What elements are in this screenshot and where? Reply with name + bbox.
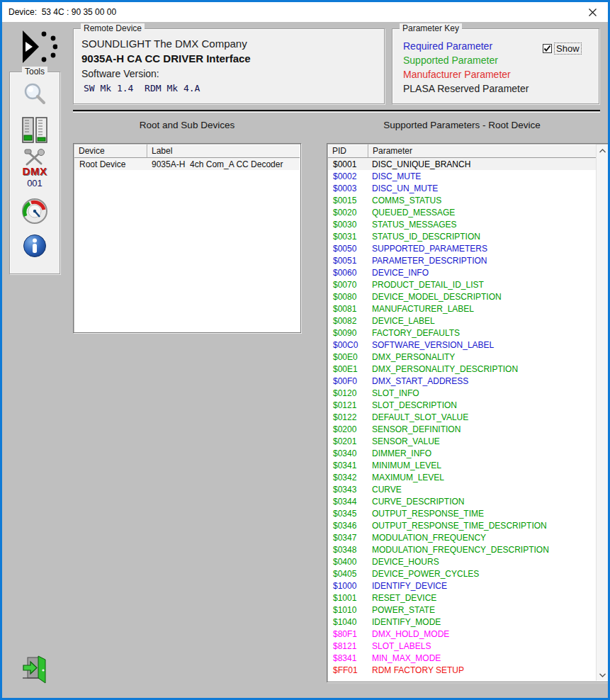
table-row[interactable]: Root Device9035A-H 4ch Com_A CC Decoder — [74, 158, 300, 170]
info-icon — [23, 234, 47, 258]
close-icon — [589, 9, 597, 16]
table-row[interactable]: $80F1DMX_HOLD_MODE — [328, 628, 596, 640]
devices-panel-title: Root and Sub Devices — [73, 120, 301, 130]
table-row[interactable]: $0340DIMMER_INFO — [328, 447, 596, 459]
info-tool-button[interactable] — [23, 234, 47, 258]
show-checkbox-label: Show — [554, 43, 582, 55]
parameters-col-parameter: Parameter — [368, 145, 596, 158]
gauge-icon — [21, 198, 48, 225]
table-row[interactable]: $0003DISC_UN_MUTE — [328, 182, 596, 194]
table-row[interactable]: $FF01RDM FACTORY SETUP — [328, 664, 596, 676]
table-row[interactable]: $0345OUTPUT_RESPONSE_TIME — [328, 507, 596, 519]
table-row[interactable]: $0001DISC_UNIQUE_BRANCH — [328, 158, 596, 170]
window-title: Device: 53 4C : 90 35 00 00 — [2, 7, 116, 17]
exit-door-icon — [22, 655, 49, 684]
device-window: Device: 53 4C : 90 35 00 00 Tools — [0, 0, 610, 700]
titlebar: Device: 53 4C : 90 35 00 00 — [2, 2, 608, 22]
table-row[interactable]: $0344CURVE_DESCRIPTION — [328, 495, 596, 507]
table-row[interactable]: $1040IDENTIFY_MODE — [328, 616, 596, 628]
client-area: Tools — [2, 22, 608, 698]
table-row[interactable]: $0120SLOT_INFO — [328, 387, 596, 399]
software-version-value: SW Mk 1.4 RDM Mk 4.A — [84, 83, 200, 94]
table-row[interactable]: $0343CURVE — [328, 483, 596, 495]
table-row[interactable]: $0405DEVICE_POWER_CYCLES — [328, 568, 596, 580]
chevron-down-icon — [599, 673, 606, 677]
table-row[interactable]: $0030STATUS_MESSAGES — [328, 218, 596, 230]
parameter-key-group: Parameter Key Required Parameter Support… — [392, 28, 599, 104]
parameters-scrollbar[interactable] — [596, 145, 608, 681]
parameter-key-item: Supported Parameter — [403, 55, 498, 66]
table-row[interactable]: $0082DEVICE_LABEL — [328, 315, 596, 327]
remote-device-group-label: Remote Device — [81, 23, 145, 33]
tools-group-label: Tools — [22, 67, 47, 77]
device-manufacturer: SOUNDLIGHT The DMX Company — [81, 38, 247, 50]
gauge-tool-button[interactable] — [21, 198, 48, 225]
software-version-label: Software Version: — [81, 68, 159, 79]
device-model: 9035A-H CA CC DRIVER Interface — [81, 52, 251, 64]
table-row[interactable]: $00E1DMX_PERSONALITY_DESCRIPTION — [328, 363, 596, 375]
dmx-address-value: 001 — [27, 178, 43, 188]
parameters-panel-title: Supported Parameters - Root Device — [327, 120, 597, 130]
table-row[interactable]: $0031STATUS_ID_DESCRIPTION — [328, 230, 596, 242]
chevron-up-icon — [599, 149, 606, 153]
table-row[interactable]: $0122DEFAULT_SLOT_VALUE — [328, 411, 596, 423]
scroll-down-button[interactable] — [597, 669, 609, 681]
discover-tool-button[interactable] — [21, 81, 48, 108]
table-row[interactable]: $0200SENSOR_DEFINITION — [328, 423, 596, 435]
table-row[interactable]: $0346OUTPUT_RESPONSE_TIME_DESCRIPTION — [328, 519, 596, 531]
checkbox-check-icon — [543, 44, 552, 53]
parameters-table-header: PID Parameter — [328, 145, 596, 158]
dmx-address-tool-button[interactable]: DMX 001 — [18, 153, 52, 188]
exit-button[interactable] — [22, 655, 49, 684]
table-row[interactable]: $0348MODULATION_FREQUENCY_DESCRIPTION — [328, 543, 596, 555]
table-row[interactable]: $0020QUEUED_MESSAGE — [328, 206, 596, 218]
table-row[interactable]: $0060DEVICE_INFO — [328, 266, 596, 278]
devices-rows: Root Device9035A-H 4ch Com_A CC Decoder — [74, 158, 300, 332]
devices-col-device: Device — [74, 145, 147, 158]
table-row[interactable]: $0081MANUFACTURER_LABEL — [328, 303, 596, 315]
table-row[interactable]: $0121SLOT_DESCRIPTION — [328, 399, 596, 411]
table-row[interactable]: $0342MAXIMUM_LEVEL — [328, 471, 596, 483]
devices-col-label: Label — [147, 145, 300, 158]
dmx-label: DMX — [18, 165, 52, 177]
parameter-key-item: PLASA Reserved Parameter — [403, 83, 529, 94]
devices-table: Device Label Root Device9035A-H 4ch Com_… — [73, 143, 301, 333]
parameter-key-group-label: Parameter Key — [400, 23, 462, 33]
table-row[interactable]: $1001RESET_DEVICE — [328, 592, 596, 604]
table-row[interactable]: $8341MIN_MAX_MODE — [328, 652, 596, 664]
table-row[interactable]: $0201SENSOR_VALUE — [328, 435, 596, 447]
show-checkbox[interactable]: Show — [543, 43, 582, 55]
table-row[interactable]: $00C0SOFTWARE_VERSION_LABEL — [328, 339, 596, 351]
tools-group: Tools — [9, 72, 60, 274]
table-row[interactable]: $0341MINIMUM_LEVEL — [328, 459, 596, 471]
remote-device-group: Remote Device SOUNDLIGHT The DMX Company… — [73, 28, 385, 104]
table-row[interactable]: $0050SUPPORTED_PARAMETERS — [328, 242, 596, 254]
table-row[interactable]: $0070PRODUCT_DETAIL_ID_LIST — [328, 278, 596, 290]
parameters-table: PID Parameter $0001DISC_UNIQUE_BRANCH $0… — [327, 143, 609, 682]
table-row[interactable]: $8121SLOT_LABELS — [328, 640, 596, 652]
faders-tool-button[interactable] — [21, 117, 49, 144]
section-separator — [73, 110, 600, 113]
table-row[interactable]: $00E0DMX_PERSONALITY — [328, 351, 596, 363]
close-button[interactable] — [578, 2, 606, 22]
parameter-key-item: Manufacturer Parameter — [403, 69, 511, 80]
table-row[interactable]: $0090FACTORY_DEFAULTS — [328, 327, 596, 339]
table-row[interactable]: $0051PARAMETER_DESCRIPTION — [328, 254, 596, 266]
table-row[interactable]: $1000IDENTIFY_DEVICE — [328, 580, 596, 592]
table-row[interactable]: $0080DEVICE_MODEL_DESCRIPTION — [328, 290, 596, 303]
table-row[interactable]: $0347MODULATION_FREQUENCY — [328, 531, 596, 543]
table-row[interactable]: $0015COMMS_STATUS — [328, 194, 596, 206]
faders-icon — [21, 117, 49, 144]
parameter-key-item: Required Parameter — [403, 40, 492, 52]
parameters-rows: $0001DISC_UNIQUE_BRANCH $0002DISC_MUTE $… — [328, 158, 596, 681]
devices-table-header: Device Label — [74, 145, 300, 158]
table-row[interactable]: $00F0DMX_START_ADDRESS — [328, 375, 596, 387]
table-row[interactable]: $0002DISC_MUTE — [328, 170, 596, 182]
table-row[interactable]: $0400DEVICE_HOURS — [328, 555, 596, 568]
search-icon — [21, 81, 48, 108]
table-row[interactable]: $1010POWER_STATE — [328, 604, 596, 616]
parameters-col-pid: PID — [328, 145, 368, 158]
scroll-up-button[interactable] — [597, 145, 609, 157]
app-logo-icon — [22, 29, 57, 64]
